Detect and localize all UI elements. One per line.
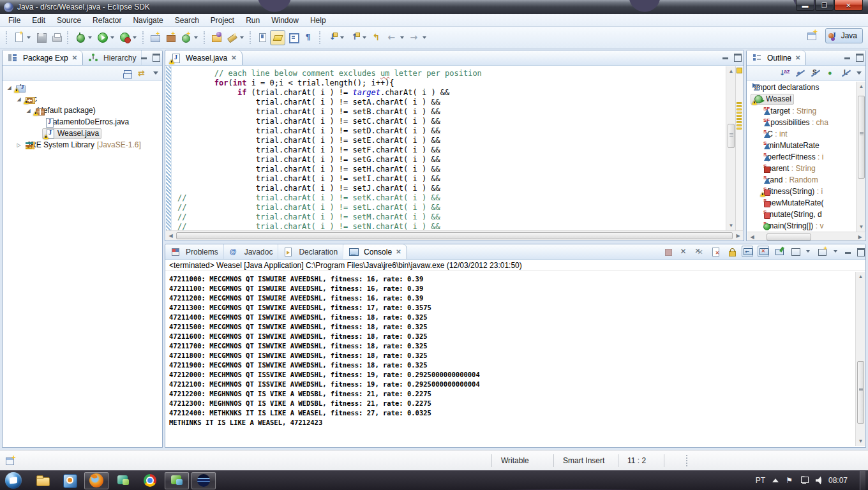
open-perspective-button[interactable]: [805, 28, 820, 43]
scroll-down-icon[interactable]: ▼: [856, 436, 865, 446]
scroll-up-icon[interactable]: ▲: [856, 272, 865, 281]
tab-weasel-java[interactable]: Weasel.java ✕: [165, 50, 243, 65]
outline-item-possibilities[interactable]: SFpossibilities : cha: [747, 116, 856, 128]
show-selected-element-button[interactable]: [285, 30, 301, 45]
external-tools-dropdown[interactable]: [133, 36, 137, 39]
menu-project[interactable]: Project: [205, 15, 240, 26]
menu-source[interactable]: Source: [51, 15, 87, 26]
close-button[interactable]: ✕: [834, 0, 863, 11]
last-edit-location-button[interactable]: [369, 30, 384, 45]
new-dropdown[interactable]: [27, 36, 31, 39]
warning-marker[interactable]: [737, 128, 742, 130]
warning-marker[interactable]: [737, 108, 742, 110]
show-console-stderr-button[interactable]: [758, 246, 769, 257]
run-dropdown[interactable]: [110, 36, 114, 39]
scroll-left-icon[interactable]: ◀: [747, 232, 757, 241]
show-hidden-icons[interactable]: [772, 479, 779, 482]
editor-vertical-scrollbar[interactable]: ▲ ▼: [726, 66, 735, 230]
taskbar-chrome[interactable]: [138, 472, 162, 489]
outline-item-mutate-string-d[interactable]: Smutate(String, d: [747, 208, 856, 219]
scrollbar-thumb[interactable]: [728, 124, 735, 148]
scroll-left-icon[interactable]: ◀: [166, 231, 176, 241]
tab-close-icon[interactable]: ✕: [231, 54, 236, 61]
save-button[interactable]: [33, 30, 49, 45]
tab-outline[interactable]: Outline ✕: [747, 50, 806, 65]
tree-item-weasel-java[interactable]: Weasel.java: [3, 128, 162, 139]
hide-static-icon[interactable]: [811, 68, 821, 78]
scrollbar-thumb[interactable]: [176, 232, 733, 239]
menu-window[interactable]: Window: [266, 15, 304, 26]
maximize-view-icon[interactable]: [855, 53, 863, 61]
taskbar-media-player[interactable]: [57, 472, 82, 489]
external-tools-button[interactable]: [117, 30, 132, 45]
taskbar-app-1[interactable]: [111, 472, 135, 489]
terminate-button[interactable]: [662, 246, 673, 257]
hide-non-public-icon[interactable]: [826, 68, 836, 78]
tab-hierarchy[interactable]: Hierarchy: [83, 50, 142, 65]
view-menu-icon[interactable]: [153, 71, 158, 75]
volume-icon[interactable]: [816, 477, 821, 484]
remove-all-terminated-button[interactable]: [694, 246, 705, 257]
minimize-view-icon[interactable]: [844, 53, 851, 61]
menu-help[interactable]: Help: [304, 15, 332, 26]
menu-edit[interactable]: Edit: [26, 15, 51, 26]
outline-vertical-scrollbar[interactable]: ▲ ▼: [856, 82, 865, 232]
outline-item-target[interactable]: SFtarget : String: [747, 105, 856, 116]
tree-item-d[interactable]: ◢d: [3, 82, 162, 93]
search-button[interactable]: [224, 30, 239, 45]
minimize-view-icon[interactable]: [844, 248, 852, 255]
maximize-view-icon[interactable]: [857, 248, 864, 255]
outline-item-minmutaterate[interactable]: SminMutateRate: [747, 139, 856, 151]
warning-marker[interactable]: [737, 102, 742, 104]
scrollbar-thumb[interactable]: [767, 234, 811, 241]
taskbar-explorer[interactable]: [31, 472, 55, 489]
expander-icon[interactable]: ◢: [24, 108, 33, 114]
tab-declaration[interactable]: Declaration: [278, 244, 343, 259]
console-output[interactable]: 47211000: MECGMNOS QT ISWUIRE AVEEDSHL, …: [166, 272, 855, 446]
tab-close-icon[interactable]: ✕: [72, 54, 77, 61]
taskbar-firefox[interactable]: [84, 472, 108, 489]
link-with-editor-icon[interactable]: [138, 68, 148, 78]
taskbar-eclipse[interactable]: [191, 472, 216, 489]
expander-icon[interactable]: ▷: [15, 142, 23, 148]
expander-icon[interactable]: ◢: [15, 96, 23, 102]
start-button[interactable]: [3, 472, 24, 489]
debug-button[interactable]: [72, 30, 87, 45]
clear-console-button[interactable]: [710, 246, 721, 257]
scroll-down-icon[interactable]: ▼: [726, 221, 736, 230]
menu-search[interactable]: Search: [169, 15, 205, 26]
outline-item-c[interactable]: SC : int: [747, 128, 856, 139]
network-icon[interactable]: [800, 477, 809, 484]
pin-console-button[interactable]: [774, 246, 785, 257]
minimize-view-icon[interactable]: [722, 53, 730, 61]
console-vertical-scrollbar[interactable]: ▲ ▼: [855, 272, 865, 446]
menu-refactor[interactable]: Refactor: [87, 15, 127, 26]
show-console-stdout-button[interactable]: [742, 246, 753, 257]
scroll-right-icon[interactable]: ▶: [855, 232, 865, 241]
display-console-dropdown[interactable]: [806, 250, 810, 253]
outline-horizontal-scrollbar[interactable]: ◀ ▶: [747, 232, 865, 241]
back-button[interactable]: [384, 30, 400, 45]
sort-icon[interactable]: [780, 68, 790, 78]
forward-button[interactable]: [407, 30, 422, 45]
warning-marker[interactable]: [737, 121, 742, 123]
tree-item-tratamentodeerros-java[interactable]: TratamentoDeErros.java: [3, 116, 162, 128]
show-whitespace-button[interactable]: [301, 30, 316, 45]
previous-annotation-dropdown[interactable]: [363, 36, 366, 39]
outline-item-newmutaterate[interactable]: SnewMutateRate(: [747, 197, 856, 208]
display-console-button[interactable]: [789, 246, 801, 257]
scrollbar-thumb[interactable]: [857, 361, 864, 424]
previous-annotation-button[interactable]: [347, 30, 362, 45]
outline-item-rand[interactable]: Srand : Random: [747, 174, 856, 185]
minimize-button[interactable]: ▬: [796, 0, 814, 11]
editor-horizontal-scrollbar[interactable]: ◀ ▶: [166, 230, 743, 240]
tab-javadoc[interactable]: Javadoc: [224, 244, 279, 259]
remove-launch-button[interactable]: [678, 246, 689, 257]
minimize-view-icon[interactable]: [140, 53, 148, 61]
outline-item-perfectfitness[interactable]: SperfectFitness : i: [747, 151, 856, 162]
taskbar-app-2[interactable]: [165, 472, 189, 489]
action-center-icon[interactable]: ⚑: [786, 476, 793, 485]
language-indicator[interactable]: PT: [756, 476, 765, 485]
scroll-down-icon[interactable]: ▼: [857, 222, 866, 232]
open-console-dropdown[interactable]: [834, 250, 837, 253]
